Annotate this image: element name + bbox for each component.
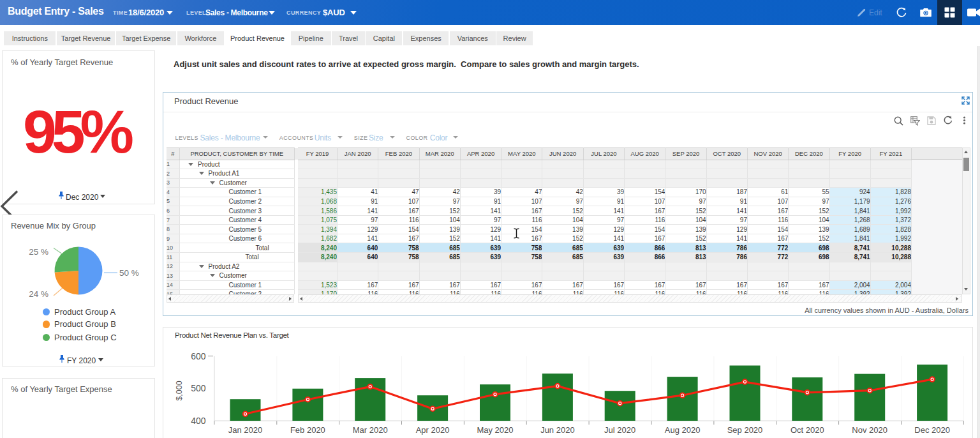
svg-text:Feb 2020: Feb 2020 [290, 425, 325, 435]
svg-text:400: 400 [191, 416, 206, 426]
svg-text:25 %: 25 % [29, 247, 48, 257]
svg-text:Jan 2020: Jan 2020 [228, 425, 263, 435]
svg-text:Jul 2020: Jul 2020 [604, 425, 635, 435]
svg-text:Nov 2020: Nov 2020 [852, 425, 887, 435]
svg-text:50 %: 50 % [119, 268, 139, 278]
svg-text:600: 600 [191, 351, 206, 361]
svg-text:Apr 2020: Apr 2020 [416, 425, 450, 435]
svg-text:Aug 2020: Aug 2020 [665, 425, 701, 435]
svg-text:Dec 2020: Dec 2020 [914, 425, 950, 435]
svg-text:Oct 2020: Oct 2020 [791, 425, 824, 435]
svg-text:24 %: 24 % [29, 289, 48, 299]
svg-text:Sep 2020: Sep 2020 [727, 425, 763, 435]
svg-text:May 2020: May 2020 [477, 425, 513, 435]
svg-text:Jun 2020: Jun 2020 [540, 425, 575, 435]
svg-text:$,000: $,000 [175, 381, 184, 400]
svg-text:500: 500 [191, 383, 206, 393]
svg-text:Mar 2020: Mar 2020 [353, 425, 388, 435]
